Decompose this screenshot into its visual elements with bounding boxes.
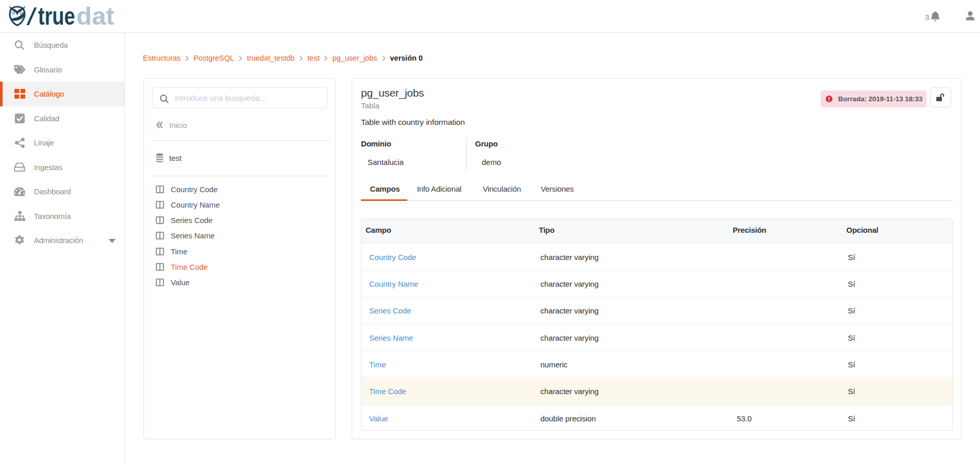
svg-text:true: true: [38, 5, 75, 28]
svg-text:dat: dat: [77, 5, 115, 28]
